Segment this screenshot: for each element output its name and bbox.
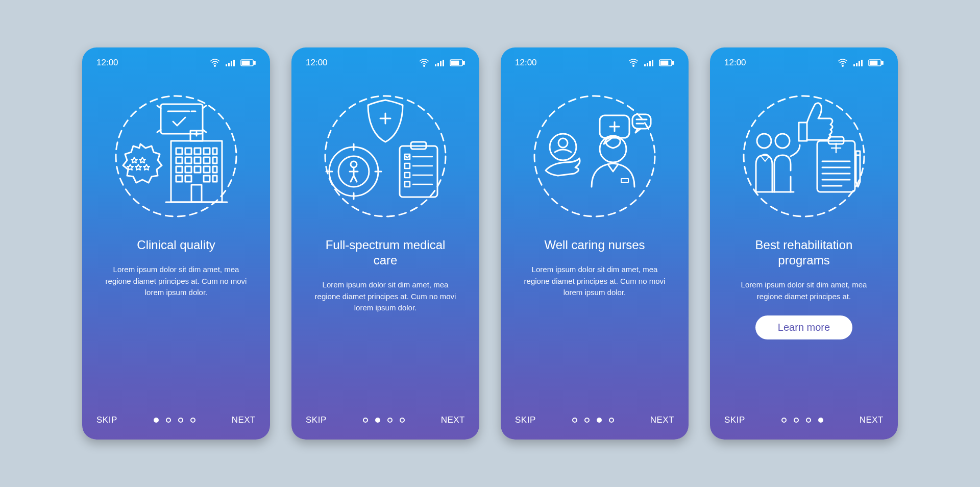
svg-rect-37 bbox=[437, 63, 439, 66]
svg-point-61 bbox=[633, 65, 634, 66]
status-icons bbox=[838, 59, 884, 67]
svg-rect-21 bbox=[185, 157, 191, 163]
svg-rect-4 bbox=[233, 60, 235, 66]
svg-point-8 bbox=[116, 96, 236, 216]
onboarding-footer: SKIP NEXT bbox=[306, 415, 465, 425]
status-bar: 12:00 bbox=[724, 58, 884, 68]
svg-point-77 bbox=[558, 138, 568, 148]
status-bar: 12:00 bbox=[306, 58, 465, 68]
dot-2[interactable] bbox=[584, 418, 590, 423]
svg-point-35 bbox=[424, 65, 425, 66]
dot-4[interactable] bbox=[818, 418, 823, 423]
onboarding-footer: SKIP NEXT bbox=[515, 415, 674, 425]
svg-point-0 bbox=[214, 65, 215, 66]
svg-rect-80 bbox=[856, 63, 857, 66]
dot-2[interactable] bbox=[166, 418, 171, 423]
battery-icon bbox=[240, 59, 256, 67]
onboarding-screens-row: 12:00 bbox=[82, 47, 898, 440]
svg-rect-85 bbox=[870, 61, 877, 65]
svg-rect-57 bbox=[405, 173, 410, 178]
skip-button[interactable]: SKIP bbox=[306, 415, 327, 425]
battery-icon bbox=[868, 59, 884, 67]
svg-point-88 bbox=[775, 134, 790, 148]
svg-rect-6 bbox=[254, 61, 255, 64]
dot-3[interactable] bbox=[387, 418, 393, 423]
skip-button[interactable]: SKIP bbox=[515, 415, 536, 425]
dot-3[interactable] bbox=[597, 418, 602, 423]
status-icons bbox=[419, 59, 465, 67]
onboarding-screen-3: 12:00 bbox=[501, 47, 689, 440]
next-button[interactable]: NEXT bbox=[441, 415, 465, 425]
screen-body: Lorem ipsum dolor sit dim amet, mea regi… bbox=[96, 264, 256, 299]
svg-rect-84 bbox=[881, 61, 883, 64]
svg-rect-71 bbox=[632, 114, 651, 129]
onboarding-screen-2: 12:00 bbox=[291, 47, 479, 440]
status-bar: 12:00 bbox=[96, 58, 256, 68]
svg-rect-22 bbox=[194, 157, 201, 163]
svg-point-78 bbox=[842, 65, 843, 66]
svg-rect-62 bbox=[644, 64, 646, 66]
dot-4[interactable] bbox=[609, 418, 614, 423]
svg-rect-12 bbox=[171, 141, 222, 202]
dot-1[interactable] bbox=[154, 418, 159, 423]
svg-rect-17 bbox=[194, 148, 201, 154]
learn-more-button[interactable]: Learn more bbox=[755, 315, 852, 339]
svg-rect-38 bbox=[440, 61, 442, 66]
status-time: 12:00 bbox=[515, 58, 537, 68]
signal-icon bbox=[434, 59, 445, 67]
svg-rect-67 bbox=[672, 61, 674, 64]
svg-rect-82 bbox=[861, 60, 863, 66]
svg-point-74 bbox=[600, 136, 626, 162]
svg-rect-55 bbox=[405, 163, 410, 168]
svg-rect-42 bbox=[452, 61, 459, 65]
svg-rect-68 bbox=[661, 61, 668, 65]
svg-rect-3 bbox=[231, 61, 232, 66]
dot-3[interactable] bbox=[178, 418, 183, 423]
svg-rect-36 bbox=[435, 64, 436, 66]
screen-body: Lorem ipsum dolor sit dim amet, mea regi… bbox=[724, 279, 884, 302]
svg-point-87 bbox=[757, 134, 771, 148]
illustration-nurses bbox=[515, 82, 674, 230]
illustration-clinical-quality bbox=[96, 82, 256, 230]
onboarding-screen-4: 12:00 bbox=[710, 47, 898, 440]
wifi-icon bbox=[419, 59, 429, 67]
dot-4[interactable] bbox=[190, 418, 195, 423]
next-button[interactable]: NEXT bbox=[232, 415, 256, 425]
dot-3[interactable] bbox=[806, 418, 811, 423]
svg-rect-24 bbox=[213, 157, 217, 163]
illustration-full-spectrum bbox=[306, 82, 465, 230]
svg-rect-9 bbox=[161, 104, 203, 134]
svg-rect-29 bbox=[213, 166, 217, 173]
svg-rect-15 bbox=[176, 148, 182, 154]
svg-rect-26 bbox=[185, 166, 191, 173]
screen-body: Lorem ipsum dolor sit dim amet, mea regi… bbox=[515, 264, 674, 299]
battery-icon bbox=[450, 59, 465, 67]
signal-icon bbox=[644, 59, 654, 67]
dot-2[interactable] bbox=[794, 418, 799, 423]
status-bar: 12:00 bbox=[515, 58, 674, 68]
skip-button[interactable]: SKIP bbox=[724, 415, 745, 425]
status-icons bbox=[210, 59, 256, 67]
svg-rect-59 bbox=[405, 182, 410, 187]
next-button[interactable]: NEXT bbox=[860, 415, 884, 425]
dot-2[interactable] bbox=[375, 418, 380, 423]
status-time: 12:00 bbox=[96, 58, 118, 68]
svg-point-50 bbox=[351, 161, 357, 167]
svg-rect-39 bbox=[443, 60, 444, 66]
dot-1[interactable] bbox=[572, 418, 577, 423]
svg-rect-65 bbox=[652, 60, 653, 66]
dot-4[interactable] bbox=[400, 418, 405, 423]
page-indicator bbox=[572, 418, 614, 423]
svg-rect-41 bbox=[463, 61, 464, 64]
signal-icon bbox=[853, 59, 863, 67]
dot-1[interactable] bbox=[781, 418, 787, 423]
svg-rect-75 bbox=[621, 179, 628, 182]
skip-button[interactable]: SKIP bbox=[96, 415, 117, 425]
wifi-icon bbox=[210, 59, 220, 67]
svg-rect-27 bbox=[194, 166, 201, 173]
screen-heading: Best rehabilitation programs bbox=[724, 237, 884, 268]
dot-1[interactable] bbox=[363, 418, 368, 423]
status-time: 12:00 bbox=[306, 58, 328, 68]
next-button[interactable]: NEXT bbox=[650, 415, 674, 425]
status-time: 12:00 bbox=[724, 58, 746, 68]
